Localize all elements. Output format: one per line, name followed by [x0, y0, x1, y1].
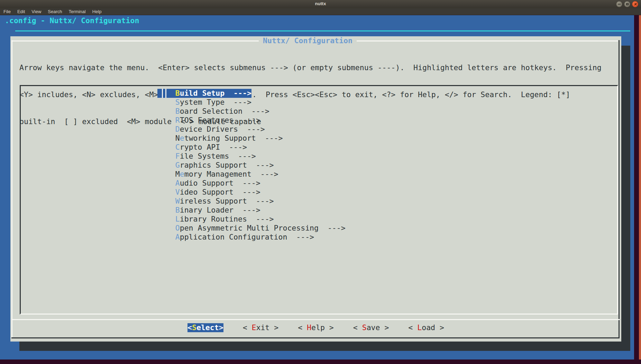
menu-item-library-routines[interactable]: Library Routines --->	[157, 215, 617, 224]
indent	[157, 170, 175, 179]
hotkey-letter: e	[180, 170, 184, 178]
menu-item-text: RTOS Features --->	[157, 116, 260, 125]
button-separator	[11, 319, 620, 320]
title-rule-left	[12, 40, 259, 41]
close-button[interactable]: ✕	[632, 1, 638, 7]
indent	[157, 143, 175, 152]
window-controls: ✕	[616, 1, 638, 7]
menu-item-file-systems[interactable]: File Systems --->	[157, 152, 617, 161]
label-rest: pen Asymmetric Multi Processing --->	[180, 224, 346, 232]
hotkey-letter: O	[175, 224, 180, 232]
menu-item-networking-support[interactable]: Networking Support --->	[157, 134, 617, 143]
menubar-item-search[interactable]: Search	[48, 9, 62, 14]
indent	[157, 125, 175, 134]
save-button[interactable]: < Save >	[353, 323, 389, 332]
indent	[157, 152, 175, 161]
menu-item-open-asymmetric-multi-processing[interactable]: Open Asymmetric Multi Processing --->	[157, 224, 617, 233]
menu-item-memory-management[interactable]: Memory Management --->	[157, 170, 617, 179]
header-separator	[15, 30, 630, 31]
minimize-button[interactable]	[616, 1, 622, 7]
menubar-item-view[interactable]: View	[31, 9, 41, 14]
load-button[interactable]: < Load >	[408, 323, 444, 332]
label-rest: ystem Type --->	[180, 98, 251, 106]
menu-item-application-configuration[interactable]: Application Configuration --->	[157, 233, 617, 242]
terminal[interactable]: .config - Nuttx/ Configuration Nuttx/ Co…	[0, 15, 634, 360]
button-text: oad >	[422, 323, 444, 332]
desktop: nuttx ✕ FileEditViewSearchTerminalHelp .…	[0, 0, 641, 364]
indent	[157, 98, 175, 107]
menu-item-rtos-features[interactable]: RTOS Features --->	[157, 116, 617, 125]
menu-list: Build Setup ---> System Type ---> Board …	[21, 86, 617, 242]
menu-item-text: Memory Management --->	[157, 170, 278, 179]
menubar-item-file[interactable]: File	[3, 9, 11, 14]
menu-item-text: System Type --->	[157, 98, 251, 107]
exit-button[interactable]: < Exit >	[243, 323, 279, 332]
menu-item-wireless-support[interactable]: Wireless Support --->	[157, 197, 617, 206]
selection-cursor	[162, 89, 166, 98]
menu-item-build-setup[interactable]: Build Setup --->	[157, 89, 617, 98]
menu-item-device-drivers[interactable]: Device Drivers --->	[157, 125, 617, 134]
hotkey-letter: V	[175, 188, 180, 196]
button-text: <	[243, 323, 252, 332]
hotkey-letter: F	[175, 152, 180, 160]
indent	[157, 179, 175, 188]
window-title: nuttx	[0, 1, 641, 6]
dialog-border-right	[619, 40, 620, 338]
indent	[157, 107, 175, 116]
config-dialog: Nuttx/ Configuration Arrow keys navigate…	[10, 36, 621, 342]
menu-item-text: Networking Support --->	[157, 134, 283, 143]
hotkey-letter: G	[175, 161, 180, 169]
button-text: elect>	[196, 323, 223, 332]
indent	[157, 161, 175, 170]
hotkey-letter: C	[175, 143, 180, 151]
dialog-border-left	[11, 40, 12, 338]
menu-item-text: Crypto API --->	[157, 143, 247, 152]
wallpaper-edge	[639, 15, 641, 360]
menu-item-graphics-support[interactable]: Graphics Support --->	[157, 161, 617, 170]
label-rest: TOS Features --->	[180, 116, 260, 124]
menu-item-text: Device Drivers --->	[157, 125, 265, 134]
button-text: ave >	[367, 323, 389, 332]
help-button[interactable]: < Help >	[298, 323, 334, 332]
maximize-icon	[626, 3, 629, 5]
button-hotkey-letter: E	[252, 323, 256, 332]
button-text: elp >	[311, 323, 334, 332]
label-rest: ideo Support --->	[180, 188, 260, 196]
dialog-title-row: Nuttx/ Configuration	[12, 36, 618, 45]
menu-item-text: Board Selection --->	[157, 107, 269, 116]
dialog-title: Nuttx/ Configuration	[259, 36, 357, 45]
menubar-item-edit[interactable]: Edit	[17, 9, 25, 14]
config-header: .config - Nuttx/ Configuration	[5, 16, 139, 25]
menu-item-text: Video Support --->	[157, 188, 260, 197]
button-text: <	[408, 323, 417, 332]
menu-item-video-support[interactable]: Video Support --->	[157, 188, 617, 197]
label-rest: udio Support --->	[180, 179, 260, 187]
label-rest: tworking Support --->	[184, 134, 283, 142]
maximize-button[interactable]	[624, 1, 630, 7]
button-text: xit >	[256, 323, 278, 332]
menu-item-audio-support[interactable]: Audio Support --->	[157, 179, 617, 188]
menu-item-text: Application Configuration --->	[157, 233, 314, 242]
button-hotkey-letter: H	[307, 323, 311, 332]
hotkey-letter: e	[180, 134, 184, 142]
menu-item-text: Binary Loader --->	[157, 206, 260, 215]
title-rule-right	[357, 40, 618, 41]
indent	[157, 89, 162, 98]
menu-item-crypto-api[interactable]: Crypto API --->	[157, 143, 617, 152]
indent	[157, 197, 175, 206]
minimize-icon	[618, 4, 621, 4]
indent	[166, 89, 175, 98]
hotkey-letter: B	[175, 206, 180, 214]
hotkey-letter: B	[175, 89, 180, 97]
select-button[interactable]: <Select>	[187, 323, 223, 332]
menubar-item-help[interactable]: Help	[92, 9, 102, 14]
menubar-item-terminal[interactable]: Terminal	[69, 9, 86, 14]
hotkey-letter: L	[175, 215, 180, 223]
menu-item-board-selection[interactable]: Board Selection --->	[157, 107, 617, 116]
menu-item-system-type[interactable]: System Type --->	[157, 98, 617, 107]
button-hotkey-letter: S	[362, 323, 367, 332]
menu-item-binary-loader[interactable]: Binary Loader --->	[157, 206, 617, 215]
menubar: FileEditViewSearchTerminalHelp	[0, 8, 641, 15]
menu-box: Build Setup ---> System Type ---> Board …	[20, 85, 618, 315]
label-prefix: M	[175, 170, 180, 178]
